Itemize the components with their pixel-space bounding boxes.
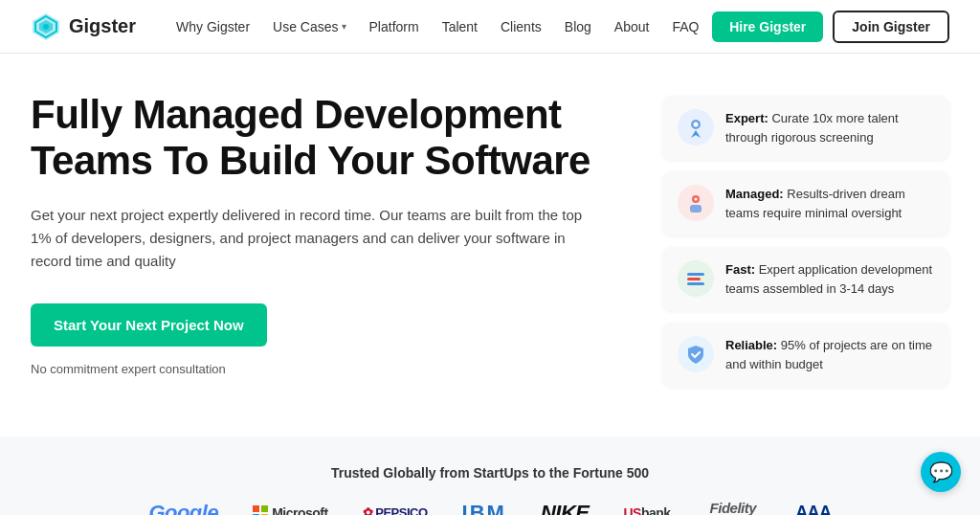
navbar: Gigster Why Gigster Use Cases ▾ Platform…	[0, 0, 980, 54]
nav-item-blog[interactable]: Blog	[555, 13, 601, 40]
cta-button[interactable]: Start Your Next Project Now	[31, 303, 267, 347]
hero-section: Fully Managed Development Teams To Build…	[0, 54, 980, 437]
brand-logo-link[interactable]: Gigster	[31, 11, 136, 42]
svg-rect-11	[687, 282, 704, 285]
fidelity-logo: Fidelity INVESTMENTS	[705, 500, 762, 515]
feature-card-reliable: Reliable: 95% of projects are on time an…	[662, 323, 949, 387]
nav-item-why-gigster[interactable]: Why Gigster	[167, 13, 259, 40]
nav-actions: Hire Gigster Join Gigster	[712, 11, 949, 43]
reliable-icon	[678, 336, 714, 372]
managed-text: Managed: Results-driven dream teams requ…	[725, 185, 934, 222]
join-gigster-button[interactable]: Join Gigster	[833, 11, 949, 43]
chat-icon: 💬	[929, 460, 953, 483]
svg-rect-7	[690, 205, 702, 213]
svg-point-3	[43, 24, 49, 30]
expert-icon	[678, 109, 714, 146]
aaa-logo: AAA	[795, 503, 832, 515]
svg-point-5	[694, 123, 699, 127]
feature-card-fast: Fast: Expert application development tea…	[662, 247, 949, 311]
hero-subtitle: Get your next project expertly delivered…	[31, 204, 586, 273]
nav-item-use-cases[interactable]: Use Cases ▾	[263, 13, 355, 40]
fast-text: Fast: Expert application development tea…	[725, 260, 934, 298]
nav-item-platform[interactable]: Platform	[360, 13, 429, 40]
brand-logos: Google Microsoft ✿ PEPSICO IBM NIKE USba…	[31, 500, 949, 515]
svg-rect-10	[687, 278, 701, 280]
trusted-title: Trusted Globally from StartUps to the Fo…	[31, 465, 949, 481]
trusted-section: Trusted Globally from StartUps to the Fo…	[0, 437, 980, 515]
gigster-logo-icon	[31, 11, 61, 42]
pepsico-logo: ✿ PEPSICO	[363, 505, 428, 515]
hero-note: No commitment expert consultation	[31, 362, 632, 376]
svg-point-8	[695, 198, 698, 201]
chat-bubble-button[interactable]: 💬	[921, 452, 961, 492]
feature-card-expert: Expert: Curate 10x more talent through r…	[662, 96, 949, 160]
nav-item-about[interactable]: About	[605, 13, 659, 40]
feature-card-managed: Managed: Results-driven dream teams requ…	[662, 171, 949, 235]
nav-links: Why Gigster Use Cases ▾ Platform Talent …	[167, 13, 712, 40]
reliable-text: Reliable: 95% of projects are on time an…	[725, 336, 934, 373]
nav-item-faq[interactable]: FAQ	[662, 13, 708, 40]
nav-item-clients[interactable]: Clients	[491, 13, 551, 40]
fast-icon	[678, 260, 714, 297]
hero-left: Fully Managed Development Teams To Build…	[31, 92, 632, 417]
feature-cards: Expert: Curate 10x more talent through r…	[662, 92, 949, 417]
managed-icon	[678, 185, 714, 221]
ibm-logo: IBM	[462, 501, 506, 516]
microsoft-logo: Microsoft	[253, 505, 328, 516]
use-cases-dropdown-icon: ▾	[342, 21, 346, 32]
nike-logo: NIKE	[541, 501, 590, 516]
expert-text: Expert: Curate 10x more talent through r…	[725, 109, 934, 146]
hero-title: Fully Managed Development Teams To Build…	[31, 92, 632, 185]
google-logo: Google	[148, 501, 218, 516]
nav-item-talent[interactable]: Talent	[433, 13, 487, 40]
brand-name: Gigster	[69, 15, 136, 37]
usbank-logo: USbank	[623, 505, 670, 516]
svg-rect-9	[687, 273, 704, 276]
hire-gigster-button[interactable]: Hire Gigster	[712, 11, 823, 42]
